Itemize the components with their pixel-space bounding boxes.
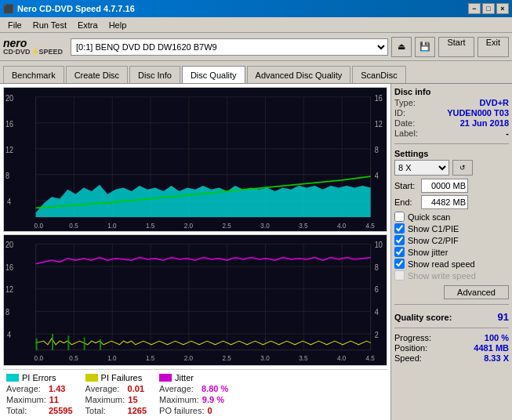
quality-score-value: 91 [498, 311, 509, 323]
show-write-speed-row: Show write speed [394, 270, 509, 281]
menu-help[interactable]: Help [104, 19, 132, 31]
bottom-chart-svg: 20 16 12 8 4 10 8 6 4 2 0.0 0.5 1.0 1.5 … [4, 235, 387, 365]
title-bar: ⬛ Nero CD-DVD Speed 4.7.7.16 − □ × [0, 0, 512, 17]
tab-disc-quality[interactable]: Disc Quality [182, 66, 245, 83]
quick-scan-checkbox[interactable] [394, 212, 405, 222]
disc-date-label: Date: [394, 118, 415, 128]
disc-label-row: Label: - [394, 129, 509, 138]
jitter-title: Jitter [175, 373, 194, 382]
cdspeed-brand-text: CD·DVD⚡SPEED [3, 49, 63, 56]
svg-text:0.5: 0.5 [69, 354, 78, 363]
window-title: Nero CD-DVD Speed 4.7.7.16 [17, 4, 135, 13]
svg-text:1.0: 1.0 [107, 222, 116, 230]
settings-refresh-button[interactable]: ↺ [452, 160, 473, 176]
show-c2-pif-checkbox[interactable] [394, 235, 405, 245]
pi-errors-title: PI Errors [22, 373, 56, 382]
advanced-button[interactable]: Advanced [444, 285, 509, 299]
right-panel: Disc info Type: DVD+R ID: YUDEN000 T03 D… [390, 84, 512, 420]
legend-area: PI Errors Average: 1.43 Maximum: 11 Tota… [3, 369, 387, 417]
svg-text:3.5: 3.5 [299, 354, 307, 363]
top-chart-svg: 20 16 12 8 4 16 12 8 4 0.0 0.5 1.0 1.5 2… [4, 88, 387, 231]
close-button[interactable]: × [496, 3, 509, 14]
top-chart: 20 16 12 8 4 16 12 8 4 0.0 0.5 1.0 1.5 2… [3, 87, 387, 232]
pi-failures-max-value: 15 [128, 395, 137, 404]
pi-failures-total-label: Total: [85, 406, 125, 415]
svg-text:0.0: 0.0 [34, 354, 43, 363]
pi-errors-total-value: 25595 [49, 406, 73, 415]
start-button[interactable]: Start [438, 37, 474, 57]
start-row: Start: [394, 179, 509, 193]
svg-text:2.5: 2.5 [223, 354, 231, 363]
settings-section: Settings 8 X ↺ Start: End: Quick scan [394, 149, 509, 299]
svg-text:0.0: 0.0 [34, 222, 43, 230]
disc-type-value: DVD+R [479, 98, 509, 107]
svg-text:4.5: 4.5 [366, 354, 375, 363]
nero-logo: nero CD·DVD⚡SPEED [3, 38, 63, 56]
pi-errors-max-label: Maximum: [6, 395, 46, 404]
pi-failures-avg-label: Average: [85, 384, 125, 393]
svg-text:10: 10 [375, 240, 383, 249]
pi-errors-avg-label: Average: [6, 384, 45, 393]
settings-title: Settings [394, 149, 509, 158]
eject-button[interactable]: ⏏ [391, 37, 412, 57]
show-c1-pie-checkbox[interactable] [394, 223, 405, 234]
tab-disc-info[interactable]: Disc Info [129, 66, 180, 83]
quick-scan-label: Quick scan [408, 212, 450, 222]
start-input[interactable] [421, 179, 468, 193]
show-write-speed-checkbox[interactable] [394, 270, 405, 281]
svg-text:8: 8 [5, 307, 9, 317]
svg-text:1.5: 1.5 [146, 354, 154, 363]
title-bar-left: ⬛ Nero CD-DVD Speed 4.7.7.16 [3, 4, 135, 14]
svg-text:16: 16 [375, 93, 383, 103]
nero-brand-text: nero [3, 38, 63, 49]
disc-info-title: Disc info [394, 87, 509, 96]
maximize-button[interactable]: □ [482, 3, 495, 14]
show-jitter-checkbox[interactable] [394, 247, 405, 257]
pi-failures-color [85, 374, 98, 382]
progress-row: Progress: 100 % [394, 333, 509, 342]
jitter-po-label: PO failures: [159, 406, 204, 415]
menu-file[interactable]: File [3, 19, 27, 31]
svg-text:12: 12 [5, 285, 13, 295]
menu-extra[interactable]: Extra [73, 19, 103, 31]
drive-selector[interactable]: [0:1] BENQ DVD DD DW1620 B7W9 [71, 38, 388, 56]
svg-text:2.5: 2.5 [223, 222, 231, 230]
svg-text:16: 16 [5, 119, 14, 129]
svg-text:1.0: 1.0 [107, 354, 116, 363]
svg-text:8: 8 [375, 145, 379, 154]
pi-errors-color [6, 374, 19, 382]
svg-rect-55 [52, 334, 53, 350]
jitter-max-value: 9.9 % [202, 395, 224, 404]
show-read-speed-checkbox[interactable] [394, 259, 405, 269]
disc-date-value: 21 Jun 2018 [460, 118, 509, 128]
minimize-button[interactable]: − [468, 3, 481, 14]
disc-date-row: Date: 21 Jun 2018 [394, 118, 509, 128]
svg-text:3.0: 3.0 [260, 222, 269, 230]
show-c2-pif-label: Show C2/PIF [408, 236, 459, 245]
menu-run-test[interactable]: Run Test [28, 19, 71, 31]
tab-scan-disc[interactable]: ScanDisc [352, 66, 405, 83]
tab-bar: Benchmark Create Disc Disc Info Disc Qua… [0, 61, 512, 83]
svg-text:8: 8 [375, 262, 379, 272]
divider-3 [394, 328, 509, 328]
jitter-po-value: 0 [208, 406, 212, 415]
position-row: Position: 4481 MB [394, 343, 509, 353]
pi-failures-legend: PI Failures Average: 0.01 Maximum: 15 To… [85, 373, 147, 415]
speed-selector[interactable]: 8 X [394, 160, 449, 176]
disc-id-row: ID: YUDEN000 T03 [394, 108, 509, 118]
svg-text:4: 4 [375, 307, 379, 317]
app-icon: ⬛ [3, 4, 14, 14]
disc-label-label: Label: [394, 129, 418, 138]
svg-rect-56 [67, 335, 69, 349]
pi-errors-legend: PI Errors Average: 1.43 Maximum: 11 Tota… [6, 373, 73, 415]
tab-benchmark[interactable]: Benchmark [3, 66, 64, 83]
position-value: 4481 MB [474, 343, 509, 353]
end-input[interactable] [421, 195, 468, 209]
save-button[interactable]: 💾 [415, 37, 435, 57]
svg-text:2.0: 2.0 [184, 354, 193, 363]
tab-create-disc[interactable]: Create Disc [66, 66, 128, 83]
tab-advanced-disc-quality[interactable]: Advanced Disc Quality [247, 66, 351, 83]
exit-button[interactable]: Exit [478, 37, 509, 57]
show-c1-pie-label: Show C1/PIE [408, 224, 459, 234]
svg-text:4: 4 [7, 197, 12, 206]
